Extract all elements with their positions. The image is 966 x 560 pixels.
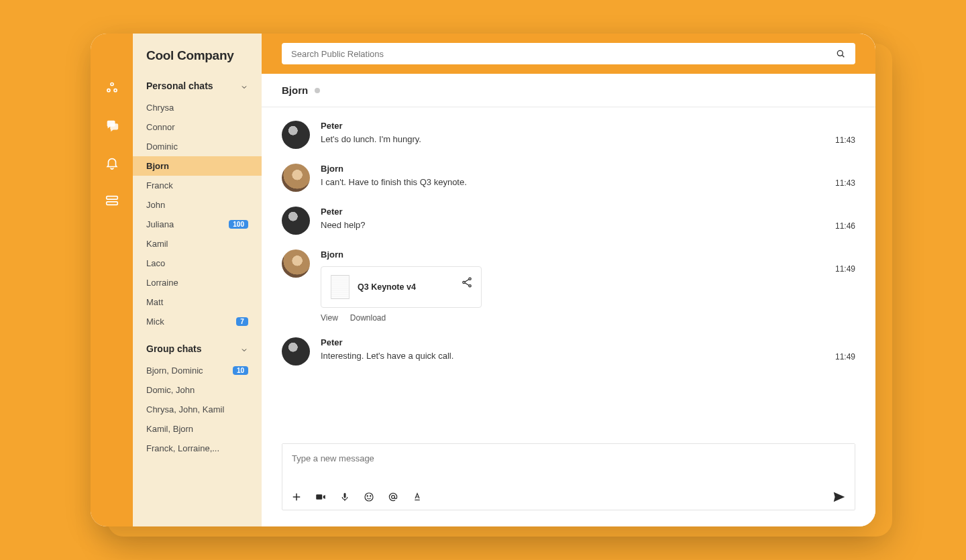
message-sender: Peter — [321, 207, 855, 217]
chat-item[interactable]: Franck — [133, 176, 262, 195]
svg-point-5 — [837, 50, 843, 56]
chat-item[interactable]: Bjorn, Dominic10 — [133, 361, 262, 380]
chat-item[interactable]: Chrysa, John, Kamil — [133, 400, 262, 419]
unread-badge: 7 — [236, 317, 248, 326]
chat-item-label: Kamil — [146, 239, 168, 249]
chat-item[interactable]: Lorraine — [133, 273, 262, 292]
chat-item-label: Lorraine — [146, 278, 178, 288]
svg-point-18 — [367, 496, 368, 496]
chat-item-label: Kamil, Bjorn — [146, 424, 193, 434]
search-input[interactable] — [291, 49, 835, 59]
file-view-button[interactable]: View — [321, 313, 338, 323]
composer-area — [262, 443, 875, 526]
chat-item-label: Bjorn — [146, 161, 169, 171]
chat-item-label: Mick — [146, 317, 164, 327]
message-sender: Bjorn — [321, 249, 855, 260]
avatar — [282, 121, 310, 149]
chat-item-label: Franck — [146, 180, 173, 190]
avatar — [282, 164, 310, 192]
file-download-button[interactable]: Download — [350, 313, 386, 323]
chat-item[interactable]: Connor — [133, 117, 262, 137]
sidebar: Cool Company Personal chats ChrysaConnor… — [133, 34, 262, 526]
search-icon[interactable] — [835, 48, 846, 59]
file-actions: ViewDownload — [321, 313, 855, 323]
message: PeterNeed help?11:46 — [282, 207, 855, 235]
svg-point-0 — [110, 82, 113, 85]
message: BjornI can't. Have to finish this Q3 key… — [282, 164, 855, 192]
message-sender: Peter — [321, 337, 855, 347]
chat-item[interactable]: Bjorn — [133, 156, 262, 176]
svg-point-7 — [469, 278, 471, 280]
message-sender: Bjorn — [321, 164, 855, 174]
personal-chats-title: Personal chats — [146, 80, 213, 91]
chat-item-label: Domic, John — [146, 385, 195, 395]
share-icon[interactable] — [461, 276, 473, 288]
emoji-icon[interactable] — [363, 491, 375, 503]
message-input[interactable] — [282, 444, 855, 484]
message-body: PeterNeed help? — [321, 207, 855, 231]
message-body: BjornI can't. Have to finish this Q3 key… — [321, 164, 855, 188]
chevron-down-icon — [240, 82, 248, 90]
send-button[interactable] — [832, 490, 847, 504]
avatar — [282, 337, 310, 366]
svg-line-6 — [842, 55, 844, 57]
mention-icon[interactable] — [387, 491, 399, 503]
chat-item[interactable]: John — [133, 195, 262, 215]
message-text: Let's do lunch. I'm hungry. — [321, 133, 855, 146]
layout-icon[interactable] — [105, 193, 119, 208]
chat-item[interactable]: Kamil — [133, 234, 262, 254]
chat-item[interactable]: Matt — [133, 292, 262, 312]
chat-icon[interactable] — [105, 118, 119, 133]
message-text: Interesting. Let's have a quick call. — [321, 350, 855, 362]
message: PeterLet's do lunch. I'm hungry.11:43 — [282, 121, 855, 149]
chat-item-label: Dominic — [146, 142, 178, 152]
brand-title: Cool Company — [133, 48, 262, 80]
chat-item[interactable]: Domic, John — [133, 380, 262, 400]
chat-item[interactable]: Juliana100 — [133, 215, 262, 234]
message-text: I can't. Have to finish this Q3 keynote. — [321, 176, 855, 188]
chat-item[interactable]: Kamil, Bjorn — [133, 419, 262, 439]
group-chats-title: Group chats — [146, 343, 201, 354]
message-sender: Peter — [321, 121, 855, 131]
search-box[interactable] — [282, 43, 855, 64]
svg-line-11 — [465, 283, 469, 286]
group-chat-list: Bjorn, Dominic10Domic, JohnChrysa, John,… — [133, 361, 262, 458]
svg-rect-4 — [106, 202, 117, 205]
chevron-down-icon — [240, 345, 248, 353]
chat-item[interactable]: Dominic — [133, 137, 262, 156]
personal-chats-header[interactable]: Personal chats — [133, 80, 262, 98]
message-time: 11:49 — [835, 352, 855, 361]
chat-item[interactable]: Laco — [133, 254, 262, 273]
svg-rect-14 — [316, 494, 322, 500]
composer-toolbar — [282, 484, 855, 510]
nav-rail — [91, 34, 133, 526]
chat-item-label: Chrysa — [146, 103, 174, 113]
svg-line-10 — [465, 280, 469, 282]
svg-point-19 — [370, 496, 371, 496]
chat-item-label: Bjorn, Dominic — [146, 366, 203, 376]
main-pane: Bjorn PeterLet's do lunch. I'm hungry.11… — [262, 34, 875, 526]
chat-item[interactable]: Franck, Lorraine,... — [133, 439, 262, 458]
unread-badge: 100 — [229, 220, 248, 229]
message-time: 11:46 — [835, 221, 855, 231]
unread-badge: 10 — [233, 366, 248, 375]
file-thumbnail — [331, 275, 350, 299]
avatar — [282, 249, 310, 278]
plus-icon[interactable] — [290, 491, 303, 503]
personal-chat-list: ChrysaConnorDominicBjornFranckJohnJulian… — [133, 98, 262, 331]
chat-item[interactable]: Chrysa — [133, 98, 262, 117]
chat-item-label: Laco — [146, 258, 165, 268]
org-icon[interactable] — [105, 80, 119, 95]
bell-icon[interactable] — [105, 156, 119, 170]
format-icon[interactable] — [411, 491, 423, 503]
file-name: Q3 Keynote v4 — [358, 282, 416, 292]
chat-item-label: Juliana — [146, 219, 174, 229]
chat-item-label: John — [146, 200, 165, 210]
svg-point-17 — [365, 493, 373, 501]
chat-item[interactable]: Mick7 — [133, 312, 262, 331]
file-attachment[interactable]: Q3 Keynote v4 — [321, 266, 482, 308]
video-icon[interactable] — [315, 491, 327, 503]
message-body: PeterLet's do lunch. I'm hungry. — [321, 121, 855, 146]
mic-icon[interactable] — [339, 491, 351, 503]
group-chats-header[interactable]: Group chats — [133, 343, 262, 361]
